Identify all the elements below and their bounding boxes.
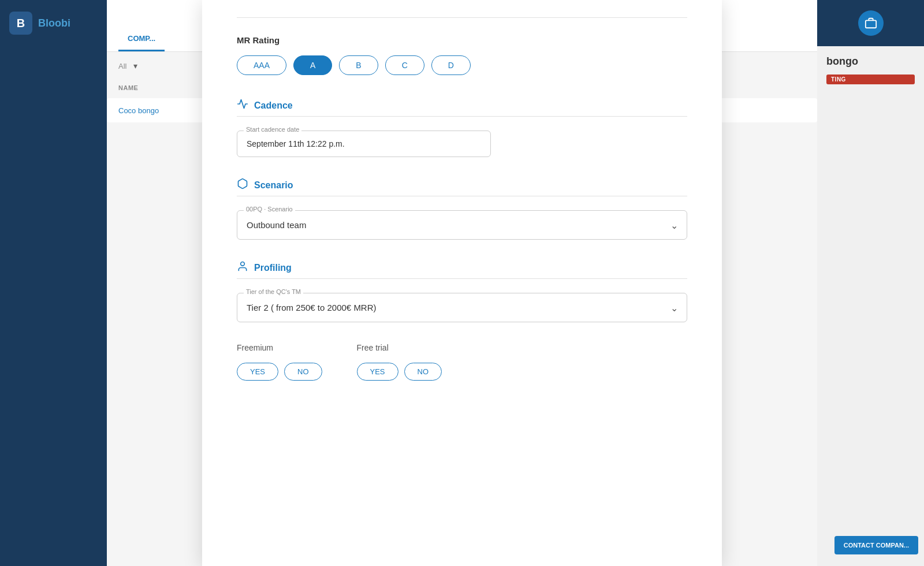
cadence-section-header: Cadence bbox=[237, 98, 687, 113]
sidebar: B Bloobi bbox=[0, 0, 107, 566]
cadence-divider bbox=[237, 116, 687, 117]
cadence-title: Cadence bbox=[254, 100, 293, 111]
profiling-section-header: Profiling bbox=[237, 260, 687, 275]
right-panel-top bbox=[817, 0, 924, 46]
status-badge: TING bbox=[826, 75, 915, 84]
rating-d-button[interactable]: D bbox=[431, 55, 471, 75]
freemium-freetrial-row: Freemium YES NO Free trial YES NO bbox=[237, 343, 687, 381]
freemium-group: Freemium YES NO bbox=[237, 343, 322, 381]
scenario-dropdown[interactable]: Outbound team bbox=[237, 210, 687, 240]
scenario-divider bbox=[237, 196, 687, 196]
top-divider bbox=[237, 17, 687, 18]
rating-a-button[interactable]: A bbox=[293, 55, 332, 75]
companies-tab: COMP... bbox=[118, 27, 165, 51]
free-trial-buttons: YES NO bbox=[357, 363, 442, 381]
free-trial-yes-button[interactable]: YES bbox=[357, 363, 398, 381]
profiling-divider bbox=[237, 278, 687, 279]
tier-dropdown-wrapper: Tier of the QC's TM Tier 2 ( from 250€ t… bbox=[237, 293, 687, 322]
start-cadence-label: Start cadence date bbox=[244, 126, 301, 133]
logo-area: B Bloobi bbox=[0, 0, 107, 46]
freemium-label: Freemium bbox=[237, 343, 322, 352]
company-link: Coco bongo bbox=[118, 106, 159, 115]
freemium-buttons: YES NO bbox=[237, 363, 322, 381]
contact-company-button[interactable]: CONTACT COMPAN... bbox=[834, 536, 918, 554]
free-trial-no-button[interactable]: NO bbox=[404, 363, 442, 381]
start-cadence-value[interactable]: September 11th 12:22 p.m. bbox=[237, 131, 491, 157]
scenario-icon bbox=[237, 178, 248, 192]
logo-icon: B bbox=[9, 12, 32, 35]
free-trial-label: Free trial bbox=[357, 343, 442, 352]
scenario-dropdown-wrapper: 00PQ · Scenario Outbound team ⌄ bbox=[237, 210, 687, 240]
rating-aaa-button[interactable]: AAA bbox=[237, 55, 286, 75]
svg-point-1 bbox=[241, 262, 245, 266]
free-trial-group: Free trial YES NO bbox=[357, 343, 442, 381]
start-cadence-field: Start cadence date September 11th 12:22 … bbox=[237, 131, 687, 157]
scenario-dropdown-label: 00PQ · Scenario bbox=[244, 206, 295, 213]
rating-b-button[interactable]: B bbox=[339, 55, 378, 75]
profiling-icon bbox=[237, 260, 248, 275]
right-panel-content: bongo TING bbox=[817, 46, 924, 94]
svg-rect-0 bbox=[865, 20, 875, 28]
mr-rating-label: MR Rating bbox=[237, 35, 687, 45]
freemium-no-button[interactable]: NO bbox=[284, 363, 322, 381]
freemium-yes-button[interactable]: YES bbox=[237, 363, 278, 381]
mr-rating-buttons: AAA A B C D bbox=[237, 55, 687, 75]
tier-dropdown[interactable]: Tier 2 ( from 250€ to 2000€ MRR) bbox=[237, 293, 687, 322]
briefcase-icon bbox=[858, 10, 884, 36]
modal-panel: MR Rating AAA A B C D Cadence Start cade… bbox=[202, 0, 722, 566]
rating-c-button[interactable]: C bbox=[385, 55, 424, 75]
company-display-name: bongo bbox=[826, 55, 915, 68]
cadence-icon bbox=[237, 98, 248, 113]
scenario-title: Scenario bbox=[254, 180, 293, 191]
tier-dropdown-label: Tier of the QC's TM bbox=[244, 288, 303, 295]
scenario-section-header: Scenario bbox=[237, 178, 687, 192]
right-panel: bongo TING CONTACT COMPAN... bbox=[817, 0, 924, 566]
profiling-title: Profiling bbox=[254, 263, 292, 273]
logo-text: Bloobi bbox=[38, 17, 70, 29]
